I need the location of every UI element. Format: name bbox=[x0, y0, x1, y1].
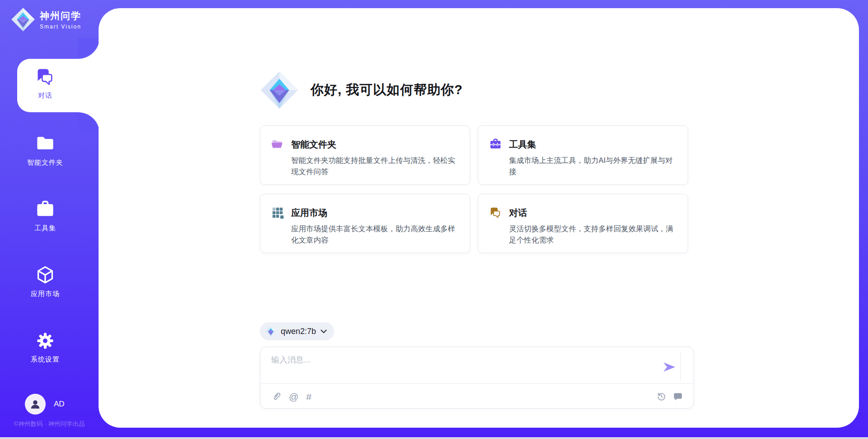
folder-open-icon bbox=[271, 138, 284, 151]
card-title: 工具集 bbox=[509, 138, 536, 151]
message-input[interactable] bbox=[271, 354, 656, 381]
user-account[interactable]: AD bbox=[25, 394, 65, 415]
sidebar-item-label: 系统设置 bbox=[0, 355, 90, 364]
card-smart-folder[interactable]: 智能文件夹 智能文件夹功能支持批量文件上传与清洗，轻松实现文件问答 bbox=[260, 125, 470, 185]
brand-diamond-icon bbox=[11, 7, 35, 32]
card-toolset[interactable]: 工具集 集成市场上主流工具，助力AI与外界无缝扩展与对接 bbox=[478, 125, 688, 185]
greeting-title: 你好, 我可以如何帮助你? bbox=[311, 81, 463, 99]
brand-name: 神州问学 bbox=[40, 10, 81, 22]
greeting: 你好, 我可以如何帮助你? bbox=[260, 71, 463, 110]
briefcase-icon bbox=[35, 200, 55, 220]
assistant-diamond-icon bbox=[260, 71, 299, 110]
window-bottom-edge bbox=[0, 437, 868, 439]
brand-logo: 神州问学 Smart Vision bbox=[11, 7, 81, 32]
chevron-down-icon bbox=[321, 329, 327, 334]
sidebar-item-toolset[interactable]: 工具集 bbox=[0, 200, 90, 233]
comment-icon[interactable] bbox=[673, 392, 683, 401]
chat-icon bbox=[489, 206, 502, 219]
model-diamond-icon bbox=[265, 326, 276, 337]
tab-fillet-top bbox=[78, 38, 99, 59]
model-selector[interactable]: qwen2:7b bbox=[260, 322, 334, 340]
sidebar-item-settings[interactable]: 系统设置 bbox=[0, 331, 90, 364]
brand-subtitle: Smart Vision bbox=[40, 24, 81, 30]
card-title: 智能文件夹 bbox=[291, 138, 336, 151]
send-icon[interactable] bbox=[662, 361, 677, 373]
sidebar-item-label: 对话 bbox=[0, 91, 90, 100]
sidebar-item-label: 工具集 bbox=[0, 224, 90, 233]
card-title: 对话 bbox=[509, 207, 527, 219]
hashtag-icon[interactable]: # bbox=[306, 392, 311, 401]
composer-divider-vertical bbox=[680, 353, 681, 381]
person-icon bbox=[29, 398, 41, 410]
card-title: 应用市场 bbox=[291, 207, 327, 219]
main-panel: 你好, 我可以如何帮助你? 智能文件夹 智能文件夹功能支持批量文件上传与清洗，轻… bbox=[99, 8, 859, 428]
card-description: 应用市场提供丰富长文本模板，助力高效生成多样化文章内容 bbox=[291, 223, 458, 246]
card-description: 灵活切换多模型文件，支持多样回复效果调试，满足个性化需求 bbox=[509, 223, 676, 246]
sidebar-item-chat[interactable]: 对话 bbox=[0, 67, 90, 100]
sidebar-item-label: 应用市场 bbox=[0, 290, 90, 298]
avatar bbox=[25, 394, 46, 415]
message-composer: @ # bbox=[260, 347, 694, 409]
copyright-footer: ©神州数码 · 神州问学出品 bbox=[0, 420, 99, 428]
attachment-icon[interactable] bbox=[271, 391, 281, 401]
cube-icon bbox=[35, 265, 55, 285]
folder-icon bbox=[35, 134, 55, 154]
sidebar-item-label: 智能文件夹 bbox=[0, 158, 90, 167]
card-chat[interactable]: 对话 灵活切换多模型文件，支持多样回复效果调试，满足个性化需求 bbox=[478, 194, 688, 253]
chat-icon bbox=[35, 67, 55, 87]
history-icon[interactable] bbox=[656, 391, 666, 401]
briefcase-icon bbox=[489, 138, 502, 151]
sidebar-item-app-market[interactable]: 应用市场 bbox=[0, 265, 90, 298]
grid-icon bbox=[271, 206, 284, 219]
card-app-market[interactable]: 应用市场 应用市场提供丰富长文本模板，助力高效生成多样化文章内容 bbox=[260, 194, 470, 253]
tab-fillet-bottom bbox=[78, 112, 99, 133]
composer-divider bbox=[260, 383, 693, 384]
card-description: 智能文件夹功能支持批量文件上传与清洗，轻松实现文件问答 bbox=[291, 155, 458, 177]
card-description: 集成市场上主流工具，助力AI与外界无缝扩展与对接 bbox=[509, 155, 676, 177]
model-name: qwen2:7b bbox=[281, 327, 316, 336]
sidebar-item-smart-folder[interactable]: 智能文件夹 bbox=[0, 134, 90, 167]
mention-icon[interactable]: @ bbox=[289, 392, 298, 401]
feature-cards: 智能文件夹 智能文件夹功能支持批量文件上传与清洗，轻松实现文件问答 工具集 集成… bbox=[260, 125, 688, 253]
user-name: AD bbox=[54, 400, 65, 409]
sidebar: 神州问学 Smart Vision 对话 智能文件夹 工具集 应用市场 系统设置… bbox=[0, 0, 99, 439]
composer-toolbar: @ # bbox=[271, 389, 683, 404]
gear-icon bbox=[35, 331, 55, 351]
